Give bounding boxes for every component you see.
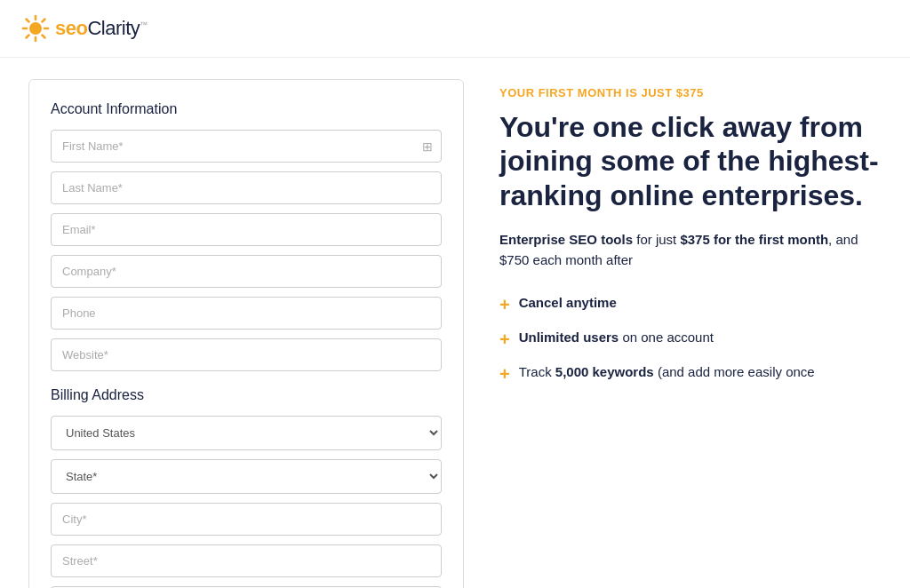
main-content: Account Information ⊞ Billing Address (0, 58, 910, 588)
company-group (51, 255, 442, 288)
promo-panel: YOUR FIRST MONTH IS JUST $375 You're one… (499, 79, 882, 588)
feature-item-users: + Unlimited users on one account (499, 330, 882, 348)
feature-plus-icon-2: + (499, 330, 510, 348)
form-panel: Account Information ⊞ Billing Address (28, 79, 464, 588)
state-select[interactable]: State* Alabama Alaska Arizona California… (51, 459, 442, 494)
country-group: United States Canada United Kingdom (51, 416, 442, 450)
state-group: State* Alabama Alaska Arizona California… (51, 459, 442, 494)
sub-bold-2: $375 for the first month (680, 232, 828, 247)
logo: seoClarity™ (21, 14, 148, 43)
header: seoClarity™ (0, 0, 910, 58)
account-section-title: Account Information (51, 101, 442, 117)
feature-plus-icon-3: + (499, 365, 510, 383)
contact-card-icon: ⊞ (422, 139, 433, 154)
website-group (51, 338, 442, 371)
phone-input[interactable] (51, 297, 442, 330)
email-input[interactable] (51, 213, 442, 246)
billing-section-title: Billing Address (51, 387, 442, 403)
street-group (51, 544, 442, 577)
city-group (51, 503, 442, 536)
logo-icon (21, 14, 50, 43)
first-name-input[interactable] (51, 130, 442, 163)
feature-text-cancel: Cancel anytime (519, 295, 617, 310)
promo-tag: YOUR FIRST MONTH IS JUST $375 (499, 86, 882, 99)
last-name-input[interactable] (51, 171, 442, 204)
svg-line-6 (43, 36, 45, 38)
city-input[interactable] (51, 503, 442, 536)
feature-item-cancel: + Cancel anytime (499, 295, 882, 314)
svg-line-8 (27, 36, 29, 38)
street-input[interactable] (51, 544, 442, 577)
svg-line-5 (27, 20, 29, 22)
phone-group (51, 297, 442, 330)
sub-description: Enterprise SEO tools for just $375 for t… (499, 230, 882, 270)
sub-bold-1: Enterprise SEO tools (499, 232, 633, 247)
sub-text-2: for just (633, 232, 680, 247)
feature-bold-cancel: Cancel anytime (519, 295, 617, 310)
headline: You're one click away from joining some … (499, 110, 882, 212)
first-name-group: ⊞ (51, 130, 442, 163)
email-group (51, 213, 442, 246)
feature-bold-keywords: 5,000 keywords (555, 364, 654, 379)
feature-bold-users: Unlimited users (519, 330, 619, 345)
logo-text: seoClarity™ (55, 17, 148, 40)
company-input[interactable] (51, 255, 442, 288)
feature-text-users: Unlimited users on one account (519, 330, 714, 345)
feature-text-keywords: Track 5,000 keywords (and add more easil… (519, 364, 815, 379)
last-name-group (51, 171, 442, 204)
features-list: + Cancel anytime + Unlimited users on on… (499, 295, 882, 383)
feature-plus-icon: + (499, 296, 510, 314)
billing-section: Billing Address United States Canada Uni… (51, 387, 442, 588)
svg-line-7 (43, 20, 45, 22)
svg-point-0 (29, 22, 42, 35)
feature-item-keywords: + Track 5,000 keywords (and add more eas… (499, 364, 882, 383)
country-select[interactable]: United States Canada United Kingdom (51, 416, 442, 450)
website-input[interactable] (51, 338, 442, 371)
